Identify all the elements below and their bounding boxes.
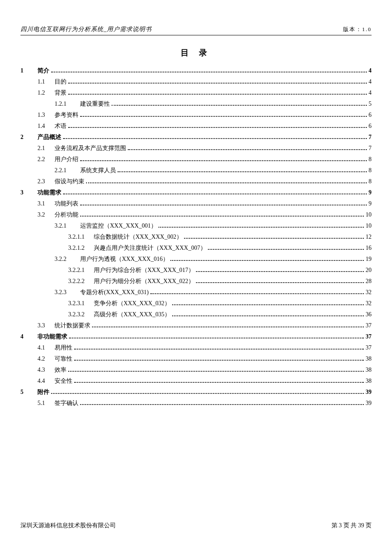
toc-entry-page: 16 (366, 243, 372, 254)
toc-entry[interactable]: 5附件39 (20, 387, 372, 398)
toc-entry-title: 效率 (55, 364, 66, 376)
toc-entry[interactable]: 2产品概述7 (20, 132, 372, 143)
toc-leader-dots (170, 260, 364, 261)
toc-leader-dots (80, 160, 367, 161)
toc-leader-dots (159, 227, 364, 228)
toc-entry-title: 产品概述 (37, 132, 61, 143)
toc-entry-page: 20 (366, 265, 372, 276)
toc-entry[interactable]: 1.3参考资料6 (20, 110, 372, 121)
toc-entry-title: 系统支撑人员 (80, 165, 116, 176)
table-of-contents: 1简介41.1目的41.2背景41.2.1建设重要性51.3参考资料61.4术语… (20, 65, 372, 409)
toc-entry[interactable]: 4.1易用性37 (20, 342, 372, 353)
toc-entry-number: 3.3 (37, 320, 55, 331)
toc-entry-number: 3.2.1 (55, 220, 80, 231)
toc-entry[interactable]: 1.1目的4 (20, 76, 372, 87)
toc-leader-dots (172, 315, 364, 316)
toc-entry-number: 1.2.1 (55, 98, 80, 110)
toc-leader-dots (74, 360, 364, 361)
toc-entry-number: 5.1 (37, 398, 55, 409)
toc-entry[interactable]: 2.1业务流程及本产品支撑范围7 (20, 143, 372, 154)
toc-leader-dots (74, 382, 364, 383)
toc-entry-title: 附件 (37, 387, 49, 398)
toc-entry[interactable]: 3功能需求9 (20, 187, 372, 198)
footer-company: 深圳天源迪科信息技术股份有限公司 (20, 522, 116, 529)
toc-entry-page: 39 (366, 387, 372, 398)
toc-entry-page: 38 (366, 364, 372, 376)
toc-entry[interactable]: 3.2.1.1综合数据统计（XXX_XXX_002）12 (20, 231, 372, 243)
toc-entry[interactable]: 2.2.1系统支撑人员8 (20, 165, 372, 176)
toc-entry[interactable]: 3.2.1运营监控（XXX_XXX_001）10 (20, 220, 372, 231)
toc-entry[interactable]: 3.3统计数据要求37 (20, 320, 372, 331)
toc-entry-page: 39 (366, 398, 372, 409)
toc-entry[interactable]: 4非功能需求37 (20, 331, 372, 342)
toc-leader-dots (172, 304, 364, 305)
toc-entry-number: 3.2 (37, 209, 55, 220)
toc-entry[interactable]: 1.2背景4 (20, 87, 372, 98)
toc-leader-dots (68, 83, 367, 84)
toc-entry[interactable]: 2.3假设与约束8 (20, 176, 372, 187)
toc-entry-number: 3.2.3.1 (68, 298, 94, 309)
toc-entry-number: 2.3 (37, 176, 55, 187)
toc-entry-number: 3.2.1.1 (68, 231, 94, 243)
toc-entry-title: 非功能需求 (37, 331, 67, 342)
toc-entry-number: 3.2.3.2 (68, 309, 94, 320)
toc-entry[interactable]: 3.2分析功能10 (20, 209, 372, 220)
toc-leader-dots (80, 216, 364, 217)
toc-entry-page: 9 (369, 198, 372, 209)
toc-entry[interactable]: 3.2.3.1竞争分析（XXX_XXX_032）32 (20, 298, 372, 309)
toc-entry-page: 8 (369, 154, 372, 165)
toc-entry[interactable]: 1.2.1建设重要性5 (20, 98, 372, 110)
toc-entry-number: 3.1 (37, 198, 55, 209)
toc-entry-title: 运营监控（XXX_XXX_001） (80, 220, 157, 231)
toc-entry-page: 4 (369, 76, 372, 87)
toc-entry-page: 12 (366, 231, 372, 243)
toc-entry-page: 38 (366, 376, 372, 387)
toc-entry[interactable]: 3.2.3.2高级分析（XXX_XXX_035）36 (20, 309, 372, 320)
toc-entry-page: 32 (366, 298, 372, 309)
toc-entry[interactable]: 4.3效率38 (20, 364, 372, 376)
toc-entry[interactable]: 3.2.2.2用户行为细分分析（XXX_XXX_022）28 (20, 276, 372, 287)
toc-entry[interactable]: 4.4安全性38 (20, 376, 372, 387)
toc-entry[interactable]: 3.2.3专题分析(XXX_XXX_031)32 (20, 287, 372, 298)
toc-entry-page: 28 (366, 276, 372, 287)
toc-leader-dots (80, 116, 367, 117)
page-header: 四川电信互联网行为分析系统_用户需求说明书 版本：1.0 (20, 26, 372, 35)
toc-leader-dots (184, 238, 364, 239)
toc-entry[interactable]: 3.2.2用户行为透视（XXX_XXX_016）19 (20, 254, 372, 265)
toc-entry-page: 7 (369, 143, 372, 154)
toc-entry[interactable]: 5.1签字确认39 (20, 398, 372, 409)
toc-leader-dots (51, 393, 364, 394)
toc-entry-title: 功能列表 (55, 198, 78, 209)
header-version: 版本：1.0 (343, 26, 372, 33)
toc-entry-number: 1.3 (37, 110, 55, 121)
toc-entry-title: 参考资料 (55, 110, 78, 121)
toc-leader-dots (196, 282, 364, 283)
toc-entry[interactable]: 1简介4 (20, 65, 372, 76)
toc-entry-title: 目的 (55, 76, 66, 87)
toc-entry[interactable]: 2.2用户介绍8 (20, 154, 372, 165)
toc-entry-number: 5 (20, 387, 37, 398)
toc-entry-number: 3 (20, 187, 37, 198)
toc-entry-title: 分析功能 (55, 209, 78, 220)
toc-entry-number: 2 (20, 132, 37, 143)
toc-entry[interactable]: 4.2可靠性38 (20, 353, 372, 364)
toc-entry-number: 1.2 (37, 87, 55, 98)
toc-entry-number: 2.1 (37, 143, 55, 154)
toc-entry-number: 3.2.1.2 (68, 243, 94, 254)
toc-entry-number: 1.1 (37, 76, 55, 87)
toc-entry-page: 4 (369, 65, 372, 76)
toc-entry-title: 竞争分析（XXX_XXX_032） (94, 298, 170, 309)
toc-entry-number: 4.4 (37, 376, 55, 387)
toc-entry[interactable]: 3.1功能列表9 (20, 198, 372, 209)
toc-entry-number: 4 (20, 331, 37, 342)
toc-entry[interactable]: 3.2.1.2兴趣点用户关注度统计（XXX_XXX_007）16 (20, 243, 372, 254)
toc-entry[interactable]: 1.4术语6 (20, 121, 372, 132)
toc-entry-page: 6 (369, 121, 372, 132)
toc-leader-dots (80, 404, 364, 405)
toc-entry[interactable]: 3.2.2.1用户行为综合分析（XXX_XXX_017）20 (20, 265, 372, 276)
toc-entry-title: 建设重要性 (80, 98, 110, 110)
toc-entry-page: 10 (366, 209, 372, 220)
toc-entry-page: 36 (366, 309, 372, 320)
toc-leader-dots (68, 94, 367, 95)
toc-leader-dots (68, 371, 364, 372)
